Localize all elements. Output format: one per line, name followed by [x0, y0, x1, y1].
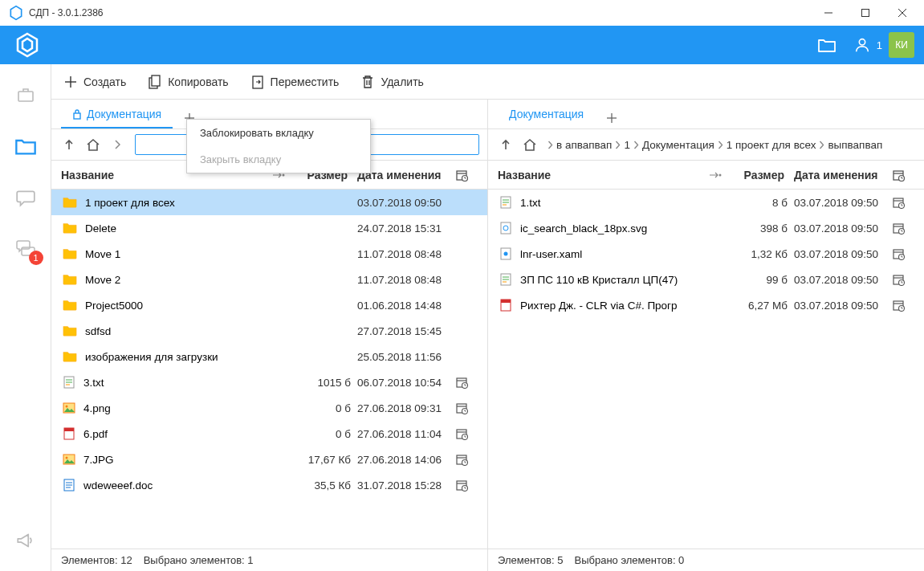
table-row[interactable]: ic_search_black_18px.svg398 б03.07.2018 … — [488, 215, 924, 241]
sidebar-briefcase-icon[interactable] — [11, 80, 40, 109]
table-row[interactable]: Move 111.07.2018 08:48 — [51, 241, 487, 267]
sidebar-chats-icon[interactable]: 1 — [11, 235, 40, 263]
file-icon — [63, 221, 77, 236]
tabs: Документация — [488, 100, 924, 128]
tab-add-button[interactable] — [598, 108, 625, 128]
file-date: 03.07.2018 09:50 — [788, 274, 892, 286]
file-icon — [63, 376, 75, 389]
file-name: wdeweeef.doc — [83, 479, 153, 491]
table-row[interactable]: Move 211.07.2018 08:48 — [51, 267, 487, 292]
minimize-button[interactable] — [810, 0, 847, 26]
file-name: 3.txt — [83, 377, 104, 389]
table-row[interactable]: 7.JPG17,67 Кб27.06.2018 14:06 — [51, 447, 487, 472]
title-bar: СДП - 3.0.1.2386 — [0, 0, 924, 26]
file-list-left: 1 проект для всех03.07.2018 09:50Delete2… — [51, 190, 487, 549]
header-calendar-icon[interactable] — [892, 169, 914, 181]
breadcrumb-item[interactable]: 1 — [624, 139, 630, 151]
table-row[interactable]: ЗП ПС 110 кВ Кристалл ЦП(47)99 б03.07.20… — [488, 267, 924, 292]
sidebar-folder-icon[interactable] — [11, 132, 40, 161]
chevron-right-icon — [718, 141, 723, 149]
calendar-icon[interactable] — [455, 376, 478, 389]
lock-icon — [72, 108, 82, 120]
file-date: 01.06.2018 14:48 — [351, 300, 455, 312]
folder-open-icon[interactable] — [812, 31, 841, 59]
tab-context-menu: Заблокировать вкладку Закрыть вкладку — [186, 119, 371, 173]
breadcrumb-item[interactable]: 1 проект для всех — [727, 139, 816, 151]
table-row[interactable]: 3.txt1015 б06.07.2018 10:54 — [51, 369, 487, 395]
user-icon[interactable] — [848, 31, 877, 59]
move-label: Переместить — [271, 75, 340, 88]
create-button[interactable]: Создать — [64, 75, 126, 88]
header-name[interactable]: Название — [498, 169, 709, 181]
nav-up-icon[interactable] — [496, 135, 515, 154]
file-size: 17,67 Кб — [295, 454, 351, 466]
tab-documentation[interactable]: Документация — [61, 101, 173, 128]
svg-point-69 — [504, 252, 508, 256]
table-row[interactable]: 1.txt8 б03.07.2018 09:50 — [488, 190, 924, 215]
file-name: 4.png — [83, 402, 111, 414]
calendar-icon[interactable] — [892, 273, 914, 286]
file-size: 6,27 Мб — [731, 300, 788, 312]
calendar-icon[interactable] — [892, 222, 914, 235]
table-row[interactable]: sdfsd27.07.2018 15:45 — [51, 318, 487, 344]
file-date: 27.07.2018 15:45 — [351, 325, 455, 337]
sidebar-megaphone-icon[interactable] — [11, 526, 40, 555]
nav-home-icon[interactable] — [520, 135, 539, 154]
file-name: Рихтер Дж. - CLR via C#. Прогр — [520, 300, 678, 312]
maximize-button[interactable] — [847, 0, 884, 26]
calendar-icon[interactable] — [892, 299, 914, 312]
svg-rect-14 — [74, 113, 80, 119]
calendar-icon[interactable] — [455, 427, 478, 440]
context-lock-tab[interactable]: Заблокировать вкладку — [187, 120, 370, 146]
file-size: 398 б — [731, 222, 788, 235]
move-button[interactable]: Переместить — [251, 75, 340, 89]
header-calendar-icon[interactable] — [455, 169, 478, 181]
context-close-tab[interactable]: Закрыть вкладку — [187, 146, 370, 173]
breadcrumb-item[interactable]: выпвапвап — [828, 139, 882, 151]
table-row[interactable]: 6.pdf0 б27.06.2018 11:04 — [51, 421, 487, 447]
file-name: lnr-user.xaml — [520, 248, 582, 260]
sidebar-chat-icon[interactable] — [11, 183, 40, 212]
left-pane: Документация Заблокировать вкладку Закры… — [51, 100, 488, 571]
file-size: 99 б — [731, 274, 788, 286]
chevron-right-icon[interactable] — [108, 135, 127, 154]
file-list-right: 1.txt8 б03.07.2018 09:50ic_search_black_… — [488, 190, 924, 549]
calendar-icon[interactable] — [892, 196, 914, 209]
nav-home-icon[interactable] — [83, 135, 103, 154]
calendar-icon[interactable] — [455, 453, 478, 466]
file-icon — [63, 427, 75, 440]
file-size: 35,5 Кб — [295, 479, 351, 491]
breadcrumb-item[interactable]: в апвапвап — [556, 139, 612, 151]
table-row[interactable]: 4.png0 б27.06.2018 09:31 — [51, 395, 487, 421]
status-selected: Выбрано элементов: 1 — [144, 554, 254, 566]
file-icon — [63, 324, 77, 339]
table-row[interactable]: wdeweeef.doc35,5 Кб31.07.2018 15:28 — [51, 472, 487, 498]
table-row[interactable]: Project500001.06.2018 14:48 — [51, 292, 487, 318]
svg-marker-6 — [22, 39, 32, 51]
file-date: 03.07.2018 09:50 — [351, 197, 455, 209]
calendar-icon[interactable] — [455, 479, 478, 491]
table-row[interactable]: Рихтер Дж. - CLR via C#. Прогр6,27 Мб03.… — [488, 292, 924, 318]
table-row[interactable]: Delete24.07.2018 15:31 — [51, 215, 487, 241]
delete-button[interactable]: Удалить — [361, 75, 423, 89]
header-size[interactable]: Размер — [731, 169, 788, 181]
header-pin-icon[interactable] — [709, 171, 731, 179]
close-button[interactable] — [884, 0, 921, 26]
tab-label: Документация — [509, 108, 584, 120]
tab-documentation[interactable]: Документация — [498, 101, 595, 128]
nav-up-icon[interactable] — [59, 135, 79, 154]
user-count: 1 — [877, 39, 882, 51]
file-icon — [63, 479, 75, 491]
file-icon — [499, 247, 512, 260]
header-date[interactable]: Дата именения — [788, 169, 892, 181]
table-row[interactable]: 1 проект для всех03.07.2018 09:50 — [51, 190, 487, 215]
file-date: 03.07.2018 09:50 — [788, 197, 892, 209]
calendar-icon[interactable] — [455, 402, 478, 414]
breadcrumb-item[interactable]: Документация — [642, 139, 714, 151]
calendar-icon[interactable] — [892, 247, 914, 260]
table-row[interactable]: изображения для загрузки25.05.2018 11:56 — [51, 344, 487, 369]
avatar[interactable]: КИ — [889, 32, 914, 58]
svg-marker-5 — [18, 34, 37, 56]
copy-button[interactable]: Копировать — [149, 75, 228, 89]
table-row[interactable]: lnr-user.xaml1,32 Кб03.07.2018 09:50 — [488, 241, 924, 267]
